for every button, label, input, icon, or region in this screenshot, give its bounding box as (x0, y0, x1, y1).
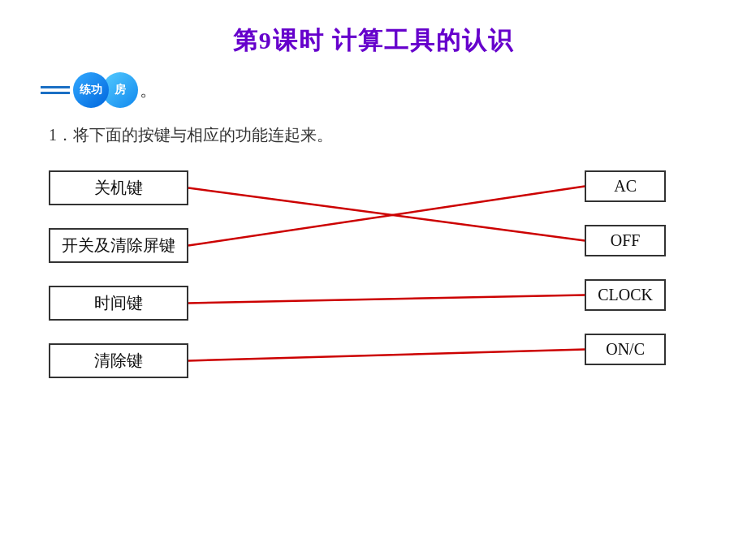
right-item-1: OFF (585, 225, 666, 256)
left-item-0: 关机键 (49, 170, 188, 205)
connection-line-0-1 (188, 188, 585, 241)
badge-row: 练功 房 。 (41, 72, 706, 108)
connection-line-1-0 (188, 187, 585, 246)
right-item-0: AC (585, 170, 666, 202)
slide: 第9课时 计算工具的认识 练功 房 。 1．将下面的按键与相应的功能连起来。 关… (0, 0, 747, 560)
badge-circle-1: 练功 (73, 72, 109, 108)
right-items-group: AC OFF CLOCK ON/C (585, 170, 666, 365)
connection-line-3-3 (188, 350, 585, 361)
badge-lines-icon (41, 84, 70, 96)
instruction-text: 1．将下面的按键与相应的功能连起来。 (49, 124, 706, 146)
left-item-3: 清除键 (49, 343, 188, 378)
connection-line-2-2 (188, 295, 585, 304)
badge-dot: 。 (140, 78, 158, 102)
left-item-2: 时间键 (49, 286, 188, 321)
right-item-3: ON/C (585, 334, 666, 365)
left-items-group: 关机键 开关及清除屏键 时间键 清除键 (49, 170, 188, 378)
matching-area: 关机键 开关及清除屏键 时间键 清除键 AC OFF CLOCK ON/C (49, 170, 715, 471)
page-title: 第9课时 计算工具的认识 (41, 24, 706, 58)
left-item-1: 开关及清除屏键 (49, 228, 188, 263)
right-item-2: CLOCK (585, 279, 666, 311)
